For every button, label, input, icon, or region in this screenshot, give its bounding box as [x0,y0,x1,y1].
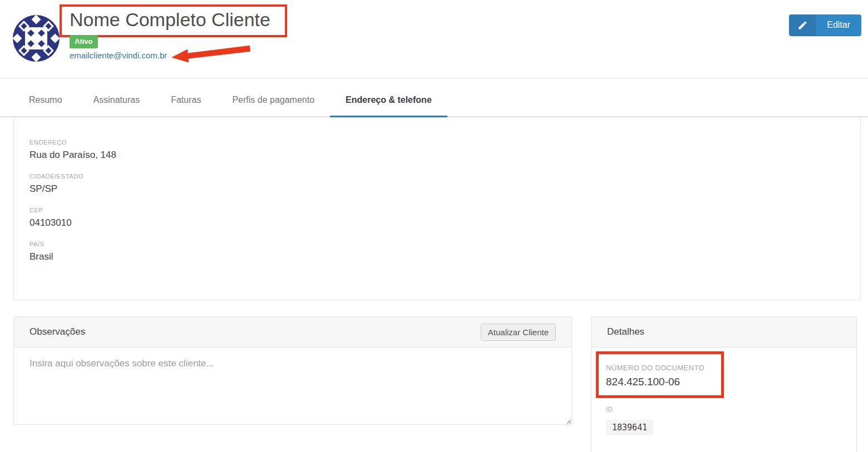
address-field: ENDEREÇO Rua do Paraíso, 148 [29,139,845,161]
bottom-row: Observações Atualizar Cliente Detalhes N… [13,316,857,452]
document-number-label: NÚMERO DO DOCUMENTO [606,364,704,372]
red-arrow-annotation [170,42,252,66]
page-title: Nome Completo Cliente [70,9,270,31]
tab-assinaturas[interactable]: Assinaturas [78,95,156,116]
details-panel: Detalhes NÚMERO DO DOCUMENTO 824.425.100… [591,316,857,452]
address-label: ENDEREÇO [29,139,845,146]
observations-textarea[interactable] [14,347,571,424]
address-phone-panel: ENDEREÇO Rua do Paraíso, 148 CIDADE/ESTA… [13,117,861,300]
document-number-value: 824.425.100-06 [606,376,704,388]
cep-value: 04103010 [29,217,845,229]
city-state-field: CIDADE/ESTADO SP/SP [29,173,845,195]
tab-endereco-telefone[interactable]: Endereço & telefone [330,95,447,117]
observations-panel: Observações Atualizar Cliente [13,316,572,425]
id-label: ID [606,406,841,413]
tab-perfis-de-pagamento[interactable]: Perfis de pagamento [216,95,330,116]
tab-faturas[interactable]: Faturas [155,95,216,116]
city-state-label: CIDADE/ESTADO [29,173,845,180]
edit-button[interactable]: Editar [789,14,861,36]
document-annotation-box: NÚMERO DO DOCUMENTO 824.425.100-06 [596,351,724,398]
city-state-value: SP/SP [29,183,845,195]
country-field: PAÍS Brasil [29,241,845,262]
country-label: PAÍS [29,241,845,247]
status-badge: Ativo [70,35,98,48]
cep-field: CEP 04103010 [29,207,845,229]
address-value: Rua do Paraíso, 148 [29,150,845,161]
observations-title: Observações [29,326,85,337]
update-client-button[interactable]: Atualizar Cliente [481,324,556,341]
cep-label: CEP [29,207,845,213]
id-value: 1839641 [606,420,653,435]
title-annotation-box: Nome Completo Cliente [60,4,287,37]
details-header: Detalhes [591,317,856,347]
id-field: ID 1839641 [606,406,841,435]
customer-tabs: Resumo Assinaturas Faturas Perfis de pag… [0,78,868,117]
country-value: Brasil [29,251,845,262]
details-title: Detalhes [607,326,644,337]
customer-avatar [13,15,60,62]
pencil-icon [789,14,816,36]
tab-resumo[interactable]: Resumo [29,95,78,116]
edit-button-label: Editar [816,14,861,36]
observations-header: Observações Atualizar Cliente [14,317,571,347]
customer-header: Nome Completo Cliente Ativo emailcliente… [0,0,868,78]
customer-email-link[interactable]: emailcliente@vindi.com.br [70,51,167,60]
details-body: NÚMERO DO DOCUMENTO 824.425.100-06 ID 18… [591,347,856,435]
